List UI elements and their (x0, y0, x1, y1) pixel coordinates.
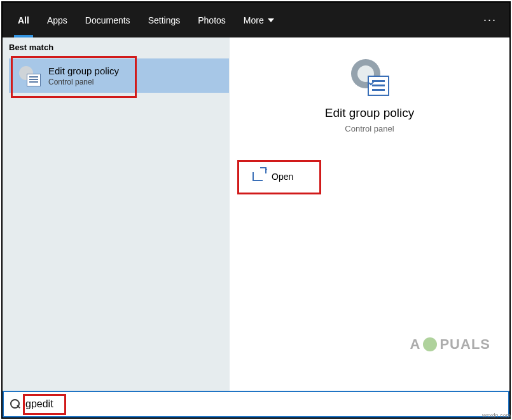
tab-more[interactable]: More (235, 3, 283, 37)
detail-title: Edit group policy (230, 106, 509, 120)
result-text-block: Edit group policy Control panel (48, 65, 119, 86)
detail-subtitle: Control panel (230, 124, 509, 133)
results-pane: Best match Edit group policy Control pan… (3, 37, 230, 391)
tab-more-label: More (244, 15, 264, 25)
top-tab-bar: All Apps Documents Settings Photos More … (3, 3, 509, 37)
detail-pane: Edit group policy Control panel Open A P… (230, 37, 509, 391)
watermark-prefix: A (410, 336, 421, 353)
search-input[interactable] (25, 398, 216, 410)
action-open-label: Open (272, 172, 293, 182)
action-open[interactable]: Open (241, 164, 343, 189)
group-policy-icon (19, 65, 41, 86)
section-header-best-match: Best match (3, 37, 229, 56)
search-icon (10, 399, 20, 409)
tab-apps[interactable]: Apps (38, 3, 76, 37)
result-title: Edit group policy (48, 65, 119, 76)
overflow-button[interactable]: ··· (483, 3, 497, 37)
watermark: A PUALS (410, 336, 490, 353)
watermark-suffix: PUALS (439, 336, 490, 353)
tab-settings[interactable]: Settings (139, 3, 190, 37)
group-policy-icon (351, 57, 388, 95)
result-edit-group-policy[interactable]: Edit group policy Control panel (9, 58, 229, 93)
open-external-icon (253, 172, 263, 181)
tab-documents[interactable]: Documents (76, 3, 139, 37)
watermark-face-icon (423, 337, 437, 351)
chevron-down-icon (268, 18, 274, 22)
tab-all[interactable]: All (9, 3, 38, 37)
search-bar[interactable] (3, 391, 509, 417)
corner-attribution: wsxdn.com (482, 412, 511, 419)
result-subtitle: Control panel (48, 78, 119, 86)
tab-photos[interactable]: Photos (189, 3, 235, 37)
